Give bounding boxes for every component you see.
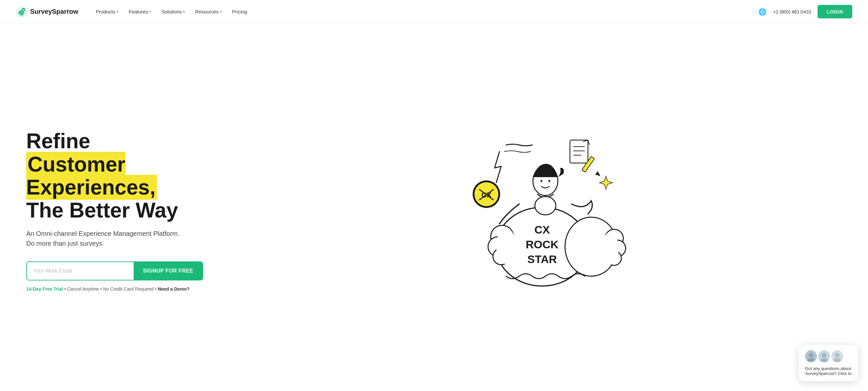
nav-item-pricing[interactable]: Pricing xyxy=(228,6,252,17)
avatar-photo xyxy=(805,350,817,362)
nav-item-solutions[interactable]: Solutions ▾ xyxy=(157,6,189,17)
hero-right: CX CX ROC xyxy=(255,125,842,296)
chevron-icon: ▾ xyxy=(117,10,118,13)
navbar: SurveySparrow Products ▾ Features ▾ Solu… xyxy=(0,0,868,24)
trial-text: 14-Day Free Trial • Cancel Anytime • No … xyxy=(26,286,242,291)
avatar-1 xyxy=(818,350,830,362)
svg-point-37 xyxy=(835,353,839,358)
avatar-2 xyxy=(831,350,843,362)
nav-item-resources[interactable]: Resources ▾ xyxy=(191,6,226,17)
svg-rect-3 xyxy=(570,140,588,163)
svg-text:STAR: STAR xyxy=(527,253,557,266)
svg-point-34 xyxy=(822,353,827,358)
svg-point-14 xyxy=(540,180,542,182)
svg-point-20 xyxy=(496,228,516,264)
chevron-icon: ▾ xyxy=(220,10,222,13)
chat-text: Got any questions about SurveySparrow? C… xyxy=(805,366,851,376)
svg-point-31 xyxy=(809,353,813,358)
svg-text:CX: CX xyxy=(534,223,550,236)
hero-subtitle: An Omni-channel Experience Management Pl… xyxy=(26,229,242,248)
email-input[interactable] xyxy=(27,262,134,280)
chat-widget[interactable]: Got any questions about SurveySparrow? C… xyxy=(799,345,858,381)
svg-point-29 xyxy=(535,196,556,215)
login-button[interactable]: LOGIN xyxy=(817,5,852,18)
hero-left: Refine Customer Experiences, The Better … xyxy=(26,130,242,291)
nav-right: 🌐 +1 (800) 481-0410 LOGIN xyxy=(758,5,852,18)
chat-avatars xyxy=(805,350,851,362)
logo-text: SurveySparrow xyxy=(30,8,78,16)
svg-text:ROCK: ROCK xyxy=(526,238,559,251)
svg-point-28 xyxy=(602,232,618,265)
globe-icon[interactable]: 🌐 xyxy=(758,8,767,16)
logo-icon xyxy=(16,6,28,18)
nav-item-features[interactable]: Features ▾ xyxy=(124,6,156,17)
signup-button[interactable]: SIGNUP FOR FREE xyxy=(134,262,203,280)
chevron-icon: ▾ xyxy=(183,10,185,13)
chevron-icon: ▾ xyxy=(149,10,151,13)
email-form: SIGNUP FOR FREE xyxy=(26,261,203,280)
hero-section: Refine Customer Experiences, The Better … xyxy=(0,24,868,391)
svg-point-15 xyxy=(548,180,550,182)
logo-link[interactable]: SurveySparrow xyxy=(16,6,78,18)
phone-number: +1 (800) 481-0410 xyxy=(773,9,811,15)
nav-item-products[interactable]: Products ▾ xyxy=(91,6,123,17)
hero-title: Refine Customer Experiences, The Better … xyxy=(26,130,242,222)
nav-links: Products ▾ Features ▾ Solutions ▾ Resour… xyxy=(91,6,758,17)
svg-point-2 xyxy=(23,8,25,11)
hero-illustration: CX CX ROC xyxy=(454,125,644,296)
